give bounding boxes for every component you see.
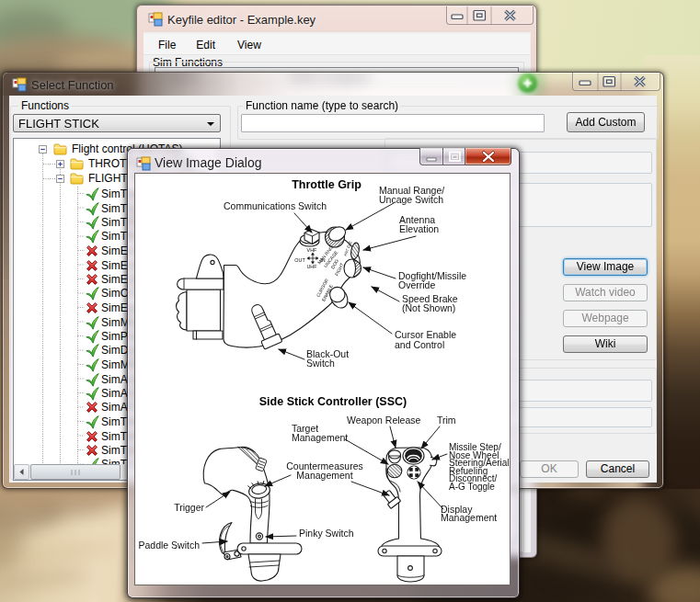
svg-text:(Not Shown): (Not Shown) <box>402 302 455 313</box>
svg-text:Weapon Release: Weapon Release <box>347 415 421 426</box>
svg-text:Elevation: Elevation <box>399 223 439 234</box>
svg-text:Switch: Switch <box>306 358 335 369</box>
svg-text:Management: Management <box>292 432 348 443</box>
svg-text:Throttle Grip: Throttle Grip <box>292 178 361 191</box>
svg-text:UHF: UHF <box>306 264 317 269</box>
svg-text:Uncage Switch: Uncage Switch <box>379 194 443 205</box>
svg-text:Trim: Trim <box>437 415 456 426</box>
svg-text:OUT: OUT <box>294 257 305 263</box>
svg-text:Pinky Switch: Pinky Switch <box>299 528 354 539</box>
svg-text:Paddle Switch: Paddle Switch <box>138 540 200 551</box>
svg-text:Side Stick Controller (SSC): Side Stick Controller (SSC) <box>259 395 407 408</box>
svg-text:Communications Switch: Communications Switch <box>224 200 327 211</box>
svg-text:Override: Override <box>398 279 435 290</box>
svg-text:VHF: VHF <box>307 247 317 253</box>
svg-text:Management: Management <box>296 470 352 481</box>
svg-text:A-G Toggle: A-G Toggle <box>449 482 495 492</box>
svg-text:Trigger: Trigger <box>174 502 204 513</box>
svg-text:and Control: and Control <box>395 339 444 350</box>
svg-text:Management: Management <box>441 512 497 523</box>
